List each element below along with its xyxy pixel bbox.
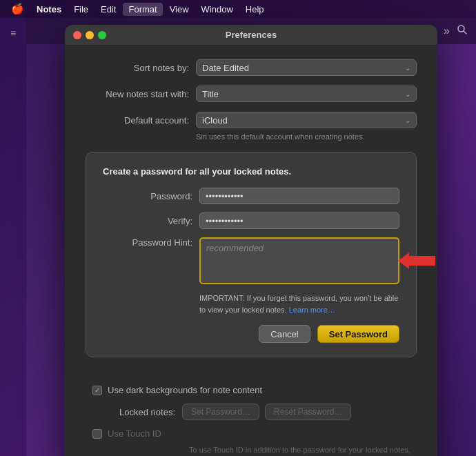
menu-file[interactable]: File xyxy=(68,3,94,16)
dark-bg-row: ✓ Use dark backgrounds for note content xyxy=(86,385,417,395)
sort-notes-label: Sort notes by: xyxy=(86,63,189,73)
verify-dots: •••••••••••• xyxy=(206,216,244,226)
menu-view[interactable]: View xyxy=(164,3,195,16)
arrow-indicator xyxy=(398,252,435,269)
search-icon[interactable] xyxy=(457,24,468,38)
password-row: Password: •••••••••••• xyxy=(103,188,399,204)
sidebar-icon: ≡ xyxy=(3,23,23,43)
default-account-value: iCloud xyxy=(202,115,228,126)
arrow-head xyxy=(398,252,409,269)
important-text: IMPORTANT: If you forget this password, … xyxy=(103,293,399,315)
set-password-disabled-button: Set Password… xyxy=(182,404,259,420)
locked-notes-label: Locked notes: xyxy=(86,407,175,417)
sort-notes-row: Sort notes by: Date Edited ⌄ xyxy=(86,59,417,76)
password-dialog: Create a password for all your locked no… xyxy=(86,152,417,357)
menu-bar: 🍎 Notes File Edit Format View Window Hel… xyxy=(0,0,476,18)
sort-notes-dropdown[interactable]: Date Edited ⌄ xyxy=(196,59,417,76)
cancel-button[interactable]: Cancel xyxy=(259,325,310,343)
reset-password-disabled-button: Reset Password… xyxy=(265,404,351,420)
sort-notes-value: Date Edited xyxy=(202,63,249,73)
menu-help[interactable]: Help xyxy=(240,3,270,16)
minimize-button[interactable] xyxy=(86,31,94,39)
window-title: Preferences xyxy=(226,30,277,40)
default-account-label: Default account: xyxy=(86,115,189,126)
default-account-row: Default account: iCloud ⌄ xyxy=(86,112,417,128)
apple-menu[interactable]: 🍎 xyxy=(6,3,30,15)
chevron-down-icon: ⌄ xyxy=(405,64,410,72)
menu-notes[interactable]: Notes xyxy=(31,3,67,16)
password-label: Password: xyxy=(103,191,192,201)
arrow-body xyxy=(409,256,435,266)
learn-more-link[interactable]: Learn more… xyxy=(289,306,335,314)
app-area: ≡ » Preferences xyxy=(0,18,476,456)
hint-input[interactable]: recommended xyxy=(199,237,399,284)
dark-bg-label: Use dark backgrounds for note content xyxy=(108,385,262,395)
bottom-prefs: ✓ Use dark backgrounds for note content … xyxy=(65,385,437,456)
preferences-window: Preferences Sort notes by: Date Edited ⌄… xyxy=(65,25,437,456)
chevron-down-icon-2: ⌄ xyxy=(405,90,410,98)
siri-note: Siri uses this default account when crea… xyxy=(86,132,417,141)
hint-label: Password Hint: xyxy=(103,237,192,248)
hint-row: Password Hint: recommended xyxy=(103,237,399,284)
touch-id-label: Use Touch ID xyxy=(108,428,161,439)
new-notes-label: New notes start with: xyxy=(86,89,189,99)
maximize-button[interactable] xyxy=(98,31,106,39)
sidebar: ≡ xyxy=(0,18,26,456)
verify-row: Verify: •••••••••••• xyxy=(103,212,399,229)
locked-notes-row: Locked notes: Set Password… Reset Passwo… xyxy=(86,404,417,420)
set-password-button[interactable]: Set Password xyxy=(317,325,399,343)
new-notes-row: New notes start with: Title ⌄ xyxy=(86,86,417,102)
touch-id-row: Use Touch ID xyxy=(86,428,417,439)
title-bar: Preferences xyxy=(65,25,437,46)
hint-placeholder: recommended xyxy=(206,243,264,253)
new-notes-value: Title xyxy=(202,89,219,99)
svg-line-1 xyxy=(464,31,466,34)
chevron-right-icon[interactable]: » xyxy=(444,25,450,37)
touch-id-note: To use Touch ID in addition to the passw… xyxy=(86,444,417,456)
close-button[interactable] xyxy=(73,31,81,39)
touch-id-checkbox[interactable] xyxy=(92,429,102,439)
verify-label: Verify: xyxy=(103,216,192,226)
chevron-down-icon-3: ⌄ xyxy=(405,117,410,124)
main-content: » Preferences xyxy=(26,18,476,456)
menu-format[interactable]: Format xyxy=(123,3,162,16)
dark-bg-checkbox[interactable]: ✓ xyxy=(92,386,102,395)
menu-window[interactable]: Window xyxy=(196,3,239,16)
dialog-buttons: Cancel Set Password xyxy=(103,325,399,343)
verify-input[interactable]: •••••••••••• xyxy=(199,212,399,229)
menu-edit[interactable]: Edit xyxy=(95,3,121,16)
window-controls xyxy=(73,31,106,39)
new-notes-dropdown[interactable]: Title ⌄ xyxy=(196,86,417,102)
prefs-body: Sort notes by: Date Edited ⌄ New notes s… xyxy=(65,46,437,385)
default-account-dropdown[interactable]: iCloud ⌄ xyxy=(196,112,417,128)
password-dots: •••••••••••• xyxy=(206,191,244,201)
password-input[interactable]: •••••••••••• xyxy=(199,188,399,204)
dialog-title: Create a password for all your locked no… xyxy=(103,166,399,177)
